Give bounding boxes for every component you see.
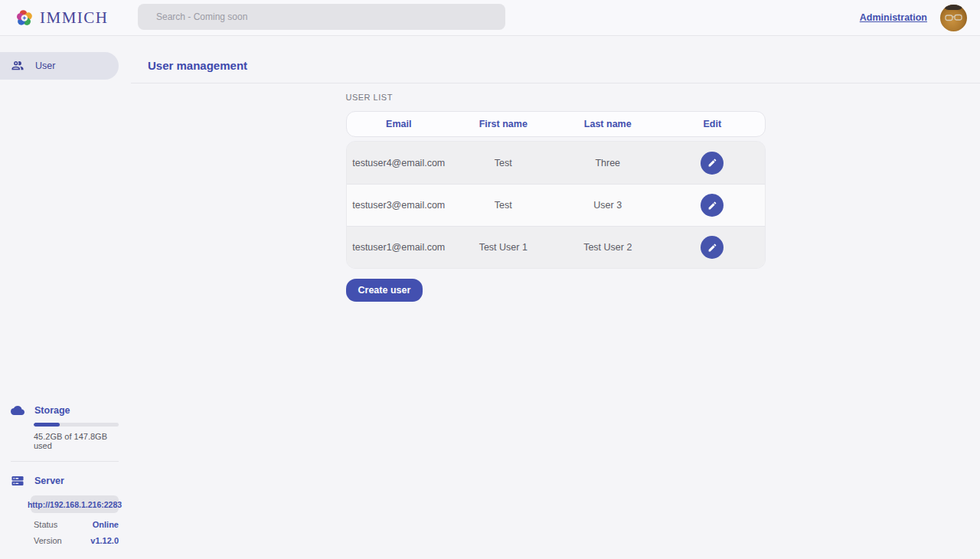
storage-title: Storage <box>34 405 70 416</box>
column-header-last-name: Last name <box>556 119 661 129</box>
cell-first-name: Test User 1 <box>451 242 556 253</box>
user-list-label: USER LIST <box>346 93 766 102</box>
server-version-row: Version v1.12.0 <box>34 536 119 545</box>
top-navbar: IMMICH Administration <box>0 0 980 36</box>
glasses-photo <box>940 5 967 31</box>
version-label: Version <box>34 536 62 545</box>
user-table-header: Email First name Last name Edit <box>346 111 766 137</box>
page-title: User management <box>148 59 980 72</box>
pencil-icon <box>707 243 717 253</box>
main-content: User management USER LIST Email First na… <box>131 36 980 559</box>
search-input[interactable] <box>138 4 505 30</box>
table-row: testuser1@email.com Test User 1 Test Use… <box>347 226 765 268</box>
sidebar-item-user-label: User <box>35 60 55 71</box>
user-avatar[interactable] <box>940 5 967 31</box>
storage-progress-fill <box>34 423 60 427</box>
server-title: Server <box>34 476 64 486</box>
navbar-right: Administration <box>860 5 967 31</box>
column-header-email: Email <box>347 119 452 129</box>
storage-section: Storage 45.2GB of 147.8GB used <box>11 404 119 450</box>
cell-last-name: User 3 <box>556 200 661 211</box>
table-row: testuser4@email.com Test Three <box>347 142 765 184</box>
edit-user-button[interactable] <box>701 194 724 217</box>
cloud-icon <box>11 404 24 417</box>
pencil-icon <box>707 201 717 211</box>
sidebar-footer: Storage 45.2GB of 147.8GB used <box>0 404 119 559</box>
search-bar[interactable] <box>138 4 505 30</box>
server-icon <box>11 474 24 488</box>
user-table-body: testuser4@email.com Test Three <box>346 141 766 269</box>
status-value: Online <box>93 520 119 529</box>
cell-first-name: Test <box>451 200 556 211</box>
immich-flower-icon <box>15 8 34 28</box>
cell-first-name: Test <box>451 158 556 168</box>
storage-progress-bar <box>34 423 119 427</box>
storage-usage-text: 45.2GB of 147.8GB used <box>34 432 119 450</box>
sidebar-divider <box>11 461 119 462</box>
cell-email: testuser1@email.com <box>347 242 452 253</box>
administration-link[interactable]: Administration <box>860 12 927 23</box>
status-label: Status <box>34 520 57 529</box>
server-status-row: Status Online <box>34 520 119 529</box>
column-header-first-name: First name <box>451 119 556 129</box>
cell-last-name: Three <box>556 158 661 168</box>
edit-user-button[interactable] <box>701 236 724 259</box>
cell-last-name: Test User 2 <box>556 242 661 253</box>
app-logo[interactable]: IMMICH <box>15 8 109 28</box>
sidebar: User Storage 45.2GB of 147.8GB used <box>0 36 131 559</box>
column-header-edit: Edit <box>660 119 765 129</box>
cell-email: testuser4@email.com <box>347 158 452 168</box>
server-url-badge: http://192.168.1.216:2283 <box>31 495 119 513</box>
server-section: Server http://192.168.1.216:2283 Status … <box>11 474 119 545</box>
table-row: testuser3@email.com Test User 3 <box>347 184 765 226</box>
cell-email: testuser3@email.com <box>347 200 452 211</box>
people-icon <box>11 59 24 73</box>
logo-text: IMMICH <box>40 8 109 28</box>
sidebar-item-user[interactable]: User <box>0 52 119 80</box>
version-value: v1.12.0 <box>90 536 119 545</box>
create-user-button[interactable]: Create user <box>346 279 423 302</box>
pencil-icon <box>707 158 717 168</box>
edit-user-button[interactable] <box>701 152 724 175</box>
